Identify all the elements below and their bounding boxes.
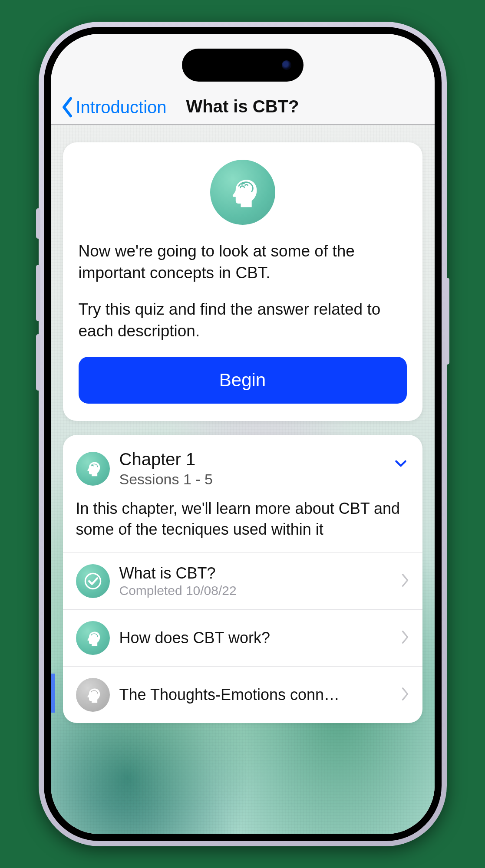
brain-head-icon bbox=[76, 452, 110, 486]
chapter-title: Chapter 1 bbox=[119, 450, 213, 469]
intro-para-1: Now we're going to look at some of the i… bbox=[79, 240, 407, 284]
phone-power-button bbox=[445, 278, 449, 365]
back-label: Introduction bbox=[76, 98, 167, 117]
brain-head-icon bbox=[76, 621, 110, 655]
phone-volume-down bbox=[36, 334, 40, 391]
brain-head-icon bbox=[210, 160, 275, 225]
chapter-description: In this chapter, we'll learn more about … bbox=[63, 498, 422, 552]
chevron-right-icon bbox=[401, 573, 409, 589]
session-title: How does CBT work? bbox=[119, 629, 270, 647]
chevron-left-icon bbox=[61, 97, 73, 118]
begin-button[interactable]: Begin bbox=[79, 357, 407, 404]
intro-text: Now we're going to look at some of the i… bbox=[79, 240, 407, 342]
back-button[interactable]: Introduction bbox=[51, 97, 167, 118]
phone-volume-up bbox=[36, 265, 40, 321]
svg-point-0 bbox=[85, 573, 100, 589]
session-subtitle: Completed 10/08/22 bbox=[119, 583, 237, 598]
check-circle-icon bbox=[76, 564, 110, 598]
scroll-indicator bbox=[51, 674, 55, 713]
phone-side-button bbox=[36, 208, 40, 239]
session-row[interactable]: How does CBT work? bbox=[63, 609, 422, 666]
chapter-header[interactable]: Chapter 1 Sessions 1 - 5 bbox=[63, 450, 422, 498]
chapter-card: Chapter 1 Sessions 1 - 5 In this chapter… bbox=[63, 435, 422, 723]
session-row[interactable]: What is CBT? Completed 10/08/22 bbox=[63, 552, 422, 609]
brain-head-icon bbox=[76, 678, 110, 712]
phone-frame: Introduction What is CBT? Now we're goi bbox=[39, 22, 447, 846]
chevron-right-icon bbox=[401, 630, 409, 646]
session-title: The Thoughts-Emotions conn… bbox=[119, 686, 340, 704]
dynamic-island bbox=[182, 49, 304, 82]
chevron-right-icon bbox=[401, 687, 409, 703]
session-row[interactable]: The Thoughts-Emotions conn… bbox=[63, 666, 422, 723]
screen: Introduction What is CBT? Now we're goi bbox=[51, 34, 435, 834]
session-title: What is CBT? bbox=[119, 564, 237, 582]
content-area: Now we're going to look at some of the i… bbox=[51, 125, 435, 834]
intro-card: Now we're going to look at some of the i… bbox=[63, 142, 422, 421]
chevron-down-icon bbox=[394, 457, 408, 472]
intro-para-2: Try this quiz and find the answer relate… bbox=[79, 299, 407, 342]
chapter-subtitle: Sessions 1 - 5 bbox=[119, 471, 213, 488]
phone-bezel: Introduction What is CBT? Now we're goi bbox=[44, 27, 442, 841]
